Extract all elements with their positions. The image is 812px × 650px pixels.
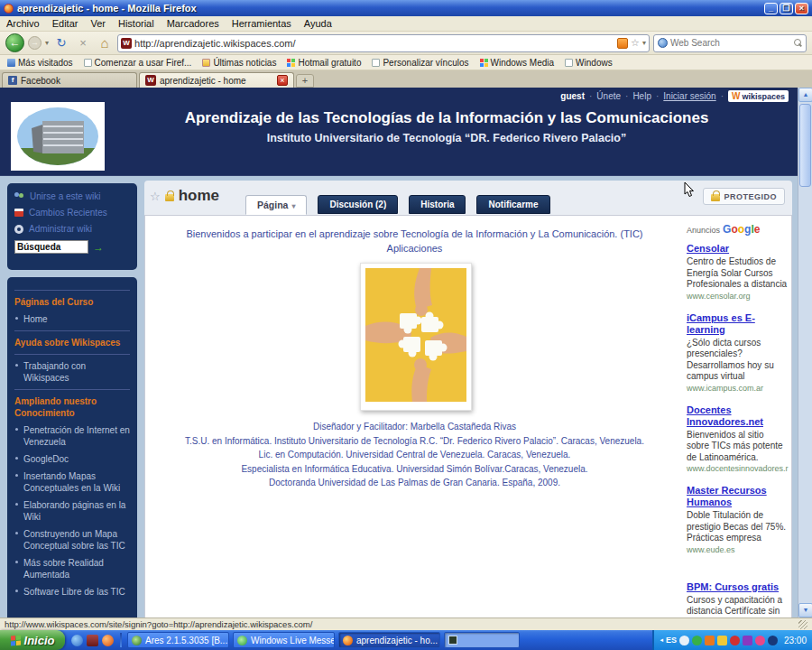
volume-icon[interactable] — [679, 636, 689, 645]
help-link[interactable]: Help — [632, 91, 651, 101]
tab-close-icon[interactable]: × — [277, 75, 288, 86]
ad-link[interactable]: iCampus es E-learning — [687, 312, 788, 336]
sidebar-item-home[interactable]: Home — [14, 313, 130, 325]
windows-flag-icon — [11, 635, 21, 645]
scrollbar-thumb[interactable] — [799, 104, 811, 187]
sidebar-item-realidad-aumentada[interactable]: Más sobre Realidad Aumentada — [14, 557, 130, 580]
menu-archivo[interactable]: Archivo — [0, 18, 46, 29]
wikispaces-logo[interactable]: W wikispaces — [728, 90, 789, 102]
sidebar-navigation: Páginas del Curso Home Ayuda sobre Wikis… — [7, 277, 137, 618]
taskbar-task-messenger[interactable]: Windows Live Messen... — [233, 632, 335, 648]
rss-icon[interactable] — [617, 38, 628, 49]
sidebar-item-manage-wiki[interactable]: Administrar wiki — [14, 224, 130, 234]
quicklaunch-firefox-icon[interactable] — [102, 635, 114, 646]
tray-collapse-icon[interactable]: ◂ — [660, 636, 663, 644]
tab-discusion[interactable]: Discusión (2) — [318, 195, 398, 214]
url-input[interactable] — [134, 38, 614, 49]
tab-notificarme[interactable]: Notificarme — [476, 195, 549, 214]
search-go-icon[interactable]: → — [93, 241, 104, 254]
favorite-star-icon[interactable]: ☆ — [150, 190, 161, 203]
security-shield-icon[interactable] — [717, 636, 727, 645]
messenger-tray-icon[interactable] — [692, 636, 702, 645]
sidebar-item-penetracion[interactable]: Penetración de Internet en Venezuela — [14, 424, 130, 448]
antivirus-icon[interactable] — [730, 636, 740, 645]
vertical-scrollbar[interactable]: ▲ ▼ — [798, 88, 812, 618]
chevron-down-icon: ▾ — [291, 202, 295, 210]
quicklaunch-app-icon[interactable] — [87, 635, 98, 646]
tab-facebook[interactable]: f Facebook — [2, 72, 137, 88]
menu-marcadores[interactable]: Marcadores — [161, 18, 226, 29]
status-bar: http://www.wikispaces.com/site/signin?go… — [0, 618, 812, 630]
ad-link[interactable]: Censolar — [687, 243, 788, 255]
taskbar-task-unknown[interactable] — [444, 632, 520, 648]
bookmark-noticias[interactable]: Últimas noticias — [202, 58, 276, 68]
wiki-search-input[interactable] — [14, 240, 88, 254]
lock-icon — [711, 194, 720, 201]
ad-link[interactable]: Master Recursos Humanos — [687, 485, 788, 508]
ad-link[interactable]: Docentes Innovadores.net — [687, 404, 788, 428]
ad-link[interactable]: BPM: Cursos gratis — [687, 581, 788, 593]
sidebar-item-insertando-mapas[interactable]: Insertando Mapas Conceptuales en la Wiki — [14, 470, 130, 494]
tab-pagina[interactable]: Página▾ — [245, 195, 307, 215]
forward-button[interactable]: → — [28, 36, 42, 50]
ares-icon — [132, 636, 142, 645]
start-button[interactable]: Inicio — [0, 630, 65, 650]
quicklaunch-browser-icon[interactable] — [71, 635, 83, 646]
page-icon — [565, 59, 573, 67]
bookmark-star-icon[interactable]: ☆ — [631, 37, 640, 49]
signin-link[interactable]: Iniciar sesión — [663, 91, 715, 101]
menu-historial[interactable]: Historial — [112, 18, 161, 29]
bookmark-mas-visitados[interactable]: Más visitados — [7, 58, 73, 68]
sidebar-item-recent-changes[interactable]: Cambios Recientes — [14, 208, 130, 218]
url-dropdown-icon[interactable]: ▾ — [642, 39, 646, 47]
taskbar-task-firefox[interactable]: aprendizajetic - ho... — [338, 632, 440, 648]
search-icon[interactable] — [794, 39, 802, 47]
site-favicon: W — [145, 75, 156, 86]
bookmark-personalizar[interactable]: Personalizar vínculos — [372, 58, 468, 68]
maximize-button[interactable]: ❐ — [780, 3, 793, 14]
menu-ver[interactable]: Ver — [84, 18, 112, 29]
scroll-up-button[interactable]: ▲ — [798, 88, 812, 102]
ares-tray-icon[interactable] — [743, 636, 752, 645]
taskbar-task-ares[interactable]: Ares 2.1.5.3035 [B... — [127, 632, 229, 648]
menu-ayuda[interactable]: Ayuda — [298, 18, 338, 29]
network-icon[interactable] — [768, 636, 778, 645]
sidebar-item-trabajando[interactable]: Trabajando con Wikispaces — [14, 360, 130, 384]
resize-grip[interactable] — [798, 620, 807, 629]
page-icon — [84, 59, 92, 67]
search-input[interactable] — [670, 38, 791, 48]
address-bar[interactable]: W ☆ ▾ — [117, 34, 650, 52]
join-link[interactable]: Únete — [596, 91, 621, 101]
web-search-box[interactable] — [653, 34, 807, 52]
scroll-down-button[interactable]: ▼ — [798, 603, 812, 618]
search-engine-icon[interactable] — [658, 38, 668, 48]
stop-button[interactable]: × — [74, 34, 92, 52]
menu-bar: Archivo Editar Ver Historial Marcadores … — [0, 16, 812, 32]
sidebar-item-join[interactable]: Unirse a este wiki — [14, 191, 130, 201]
tab-aprendizajetic[interactable]: W aprendizajetic - home × — [139, 72, 294, 88]
sidebar-item-elaborando-paginas[interactable]: Elaborando páginas en la Wiki — [14, 499, 130, 523]
bookmark-windows[interactable]: Windows — [565, 58, 613, 68]
update-icon[interactable] — [705, 636, 715, 645]
bookmark-comenzar[interactable]: Comenzar a usar Firef... — [84, 58, 192, 68]
sidebar-item-construyendo-mapa[interactable]: Construyendo un Mapa Conceptual sobre la… — [14, 528, 130, 552]
clock[interactable]: 23:00 — [784, 636, 807, 645]
language-indicator[interactable]: ES — [666, 636, 677, 645]
bookmark-hotmail[interactable]: Hotmail gratuito — [287, 58, 361, 68]
google-logo: Google — [723, 223, 760, 236]
sidebar-item-googledoc[interactable]: GoogleDoc — [14, 453, 130, 465]
msn-tray-icon[interactable] — [755, 636, 765, 645]
menu-editar[interactable]: Editar — [46, 18, 85, 29]
menu-herramientas[interactable]: Herramientas — [226, 18, 298, 29]
history-dropdown-icon[interactable]: ▾ — [45, 39, 49, 47]
protected-badge[interactable]: PROTEGIDO — [703, 188, 785, 205]
close-button[interactable]: × — [795, 3, 808, 14]
home-button[interactable]: ⌂ — [96, 34, 114, 52]
sidebar-item-software-libre[interactable]: Software Libre de las TIC — [14, 586, 130, 598]
bookmark-windows-media[interactable]: Windows Media — [480, 58, 555, 68]
minimize-button[interactable]: _ — [764, 3, 778, 14]
refresh-button[interactable]: ↻ — [52, 34, 70, 52]
new-tab-button[interactable]: + — [296, 74, 314, 88]
back-button[interactable]: ← — [5, 33, 24, 52]
tab-historia[interactable]: Historia — [409, 195, 466, 214]
